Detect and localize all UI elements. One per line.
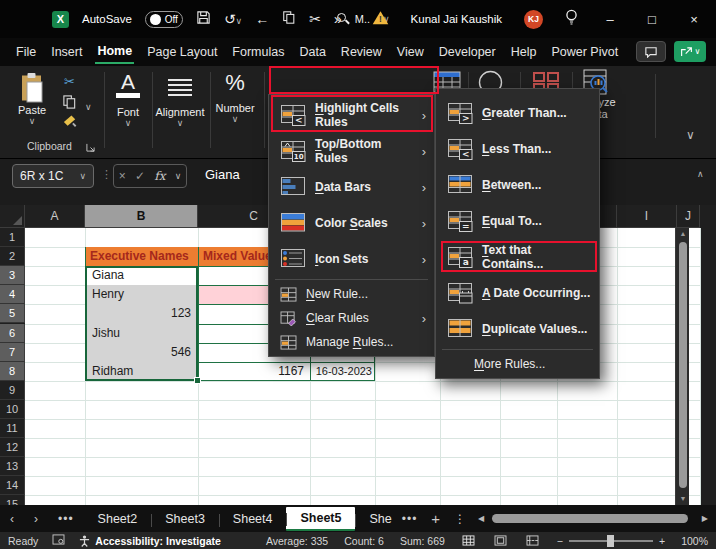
tab-file[interactable]: File xyxy=(14,41,38,63)
cut-button[interactable]: ✂ xyxy=(64,74,75,89)
horizontal-scrollbar-track[interactable] xyxy=(488,513,698,525)
maximize-button[interactable]: □ xyxy=(642,12,662,27)
zoom-level[interactable]: 100% xyxy=(681,535,708,547)
submenu-item-text-that-contains[interactable]: a Text that Contains... xyxy=(436,239,599,275)
user-name[interactable]: Kunal Jai Kaushik xyxy=(411,13,502,25)
tab-review[interactable]: Review xyxy=(339,41,384,63)
cell-B4[interactable]: Henry xyxy=(88,285,195,304)
search-icon[interactable] xyxy=(337,13,350,26)
copy-icon[interactable] xyxy=(282,10,296,28)
menu-item-data-bars[interactable]: Data Bars › xyxy=(269,169,434,205)
next-sheet-icon[interactable]: › xyxy=(24,512,48,526)
horizontal-scrollbar-thumb[interactable] xyxy=(492,514,688,523)
undo-icon[interactable]: ↺∨ xyxy=(224,11,242,27)
add-sheet-icon[interactable]: + xyxy=(423,510,448,527)
page-layout-view-icon[interactable] xyxy=(493,534,509,547)
formula-bar-collapse-icon[interactable]: ∧ xyxy=(697,169,704,179)
row-header-8[interactable]: 8 xyxy=(0,362,25,381)
copy-button[interactable] xyxy=(62,94,77,114)
cell-B3[interactable]: Giana xyxy=(88,266,195,285)
horizontal-scrollbar[interactable]: ◀ ▶ xyxy=(478,513,708,525)
back-arrow-icon[interactable]: ← xyxy=(255,11,269,27)
tab-power-pivot[interactable]: Power Pivot xyxy=(549,41,620,63)
sheet-tab-sheet2[interactable]: Sheet2 xyxy=(84,508,152,530)
scroll-right-icon[interactable]: ▶ xyxy=(702,514,708,523)
normal-view-icon[interactable] xyxy=(461,534,477,547)
cut-icon[interactable]: ✂ xyxy=(309,11,321,27)
tab-page-layout[interactable]: Page Layout xyxy=(145,41,219,63)
save-icon[interactable] xyxy=(196,10,211,28)
submenu-item-more-rules[interactable]: More Rules... xyxy=(436,352,599,376)
cell-B2[interactable]: Executive Names xyxy=(86,247,198,266)
scroll-left-icon[interactable]: ◀ xyxy=(478,514,484,523)
vertical-scrollbar[interactable]: ▲ ▼ xyxy=(675,228,689,505)
lightbulb-icon[interactable] xyxy=(565,9,578,30)
menu-item-highlight-cells-rules[interactable]: < Highlight Cells Rules › xyxy=(269,97,434,133)
submenu-item-less-than[interactable]: < Less Than... xyxy=(436,131,599,167)
row-header-5[interactable]: 5 xyxy=(0,304,25,323)
submenu-item-a-date-occurring[interactable]: A Date Occurring... xyxy=(436,275,599,311)
number-group-button[interactable]: % Number ∨ xyxy=(210,70,260,124)
close-button[interactable]: × xyxy=(684,12,704,27)
cell-B6[interactable]: Jishu xyxy=(88,324,195,343)
row-header-12[interactable]: 12 xyxy=(0,438,25,457)
tab-formulas[interactable]: Formulas xyxy=(230,41,286,63)
row-header-3[interactable]: 3 xyxy=(0,266,25,285)
page-break-view-icon[interactable] xyxy=(525,534,541,547)
row-header-13[interactable]: 13 xyxy=(0,457,25,476)
row-header-9[interactable]: 9 xyxy=(0,381,25,400)
sheet-tab-sheet4[interactable]: Sheet4 xyxy=(219,508,287,530)
tab-insert[interactable]: Insert xyxy=(49,41,84,63)
enter-formula-icon[interactable]: ✓ xyxy=(135,169,145,183)
row-header-11[interactable]: 11 xyxy=(0,419,25,438)
cell-B7[interactable]: 546 xyxy=(88,343,195,362)
row-header-6[interactable]: 6 xyxy=(0,324,25,343)
submenu-item-equal-to[interactable]: = Equal To... xyxy=(436,203,599,239)
select-all-corner[interactable] xyxy=(0,205,25,228)
warning-icon[interactable]: ! xyxy=(372,10,389,29)
row-header-4[interactable]: 4 xyxy=(0,285,25,304)
name-box[interactable]: 6R x 1C ∨ xyxy=(12,164,94,188)
row-header-10[interactable]: 10 xyxy=(0,400,25,419)
menu-item-new-rule[interactable]: New Rule... xyxy=(269,282,434,306)
all-sheets-icon[interactable]: ••• xyxy=(48,512,84,526)
average-stat[interactable]: Average: 335 xyxy=(266,535,328,547)
avatar[interactable]: KJ xyxy=(524,10,543,29)
column-header-A[interactable]: A xyxy=(25,205,85,228)
formula-bar-value[interactable]: Giana xyxy=(205,167,240,182)
tab-options-icon[interactable]: ⋮ xyxy=(448,512,472,526)
share-button[interactable]: ∨ xyxy=(674,41,706,62)
font-group-button[interactable]: A Font ∨ xyxy=(106,72,150,128)
scroll-down-icon[interactable]: ▼ xyxy=(676,493,690,505)
zoom-slider-thumb[interactable] xyxy=(607,535,614,547)
alignment-group-button[interactable]: Alignment ∨ xyxy=(152,72,208,128)
sum-stat[interactable]: Sum: 669 xyxy=(400,535,445,547)
sheet-tab-truncated[interactable]: She xyxy=(355,508,395,530)
zoom-in-icon[interactable]: + xyxy=(659,535,665,547)
paste-button[interactable]: Paste ∨ xyxy=(18,72,46,126)
tab-view[interactable]: View xyxy=(395,41,426,63)
tab-developer[interactable]: Developer xyxy=(437,41,498,63)
column-header-B[interactable]: B xyxy=(85,205,198,228)
more-sheets-icon[interactable]: ••• xyxy=(396,512,424,526)
row-header-1[interactable]: 1 xyxy=(0,228,25,247)
scroll-up-icon[interactable]: ▲ xyxy=(676,228,690,240)
minimize-button[interactable]: – xyxy=(600,12,620,27)
tab-help[interactable]: Help xyxy=(509,41,539,63)
submenu-item-greater-than[interactable]: > Greater Than... xyxy=(436,95,599,131)
submenu-item-between[interactable]: Between... xyxy=(436,167,599,203)
menu-item-clear-rules[interactable]: Clear Rules › xyxy=(269,306,434,330)
comments-button[interactable] xyxy=(636,41,666,62)
menu-item-top-bottom-rules[interactable]: 10 Top/Bottom Rules › xyxy=(269,133,434,169)
row-header-14[interactable]: 14 xyxy=(0,476,25,495)
cancel-formula-icon[interactable]: × xyxy=(119,169,126,183)
cell-B5[interactable]: 123 xyxy=(88,304,195,323)
cell-C8[interactable]: 1167 xyxy=(199,362,308,381)
submenu-item-duplicate-values[interactable]: Duplicate Values... xyxy=(436,311,599,347)
sheet-tab-sheet3[interactable]: Sheet3 xyxy=(151,508,219,530)
prev-sheet-icon[interactable]: ‹ xyxy=(0,512,24,526)
cell-B8[interactable]: Ridham xyxy=(88,362,195,381)
menu-item-manage-rules[interactable]: Manage Rules... xyxy=(269,330,434,354)
vertical-scrollbar-thumb[interactable] xyxy=(679,242,687,488)
macro-record-icon[interactable] xyxy=(52,534,65,547)
